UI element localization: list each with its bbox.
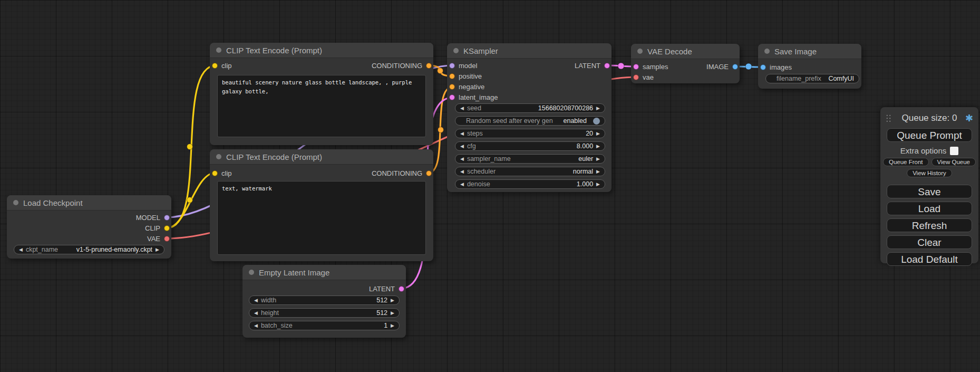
node-titlebar[interactable]: VAE Decode: [631, 44, 740, 59]
seed-widget[interactable]: seed 156680208700286: [455, 103, 605, 113]
ckpt-name-combo[interactable]: ckpt_name v1-5-pruned-emaonly.ckpt: [14, 245, 164, 254]
node-collapse-dot[interactable]: [453, 48, 459, 53]
next-arrow-icon[interactable]: [156, 247, 159, 252]
save-button[interactable]: Save: [887, 185, 972, 198]
images-input-port[interactable]: [760, 64, 766, 70]
toggle-knob-icon[interactable]: [593, 118, 600, 125]
conditioning-output-port[interactable]: [426, 63, 432, 69]
model-input-port[interactable]: [449, 63, 455, 69]
output-slot-clip: CLIP: [145, 224, 170, 232]
prev-arrow-icon[interactable]: [460, 157, 464, 161]
node-titlebar[interactable]: CLIP Text Encode (Prompt): [210, 149, 433, 165]
drag-handle-icon[interactable]: [886, 114, 891, 122]
clip-input-port[interactable]: [212, 170, 218, 176]
next-arrow-icon[interactable]: [596, 169, 600, 174]
queue-size-label: Queue size: 0: [894, 113, 965, 123]
decrement-arrow-icon[interactable]: [460, 182, 464, 187]
cfg-widget[interactable]: cfg 8.000: [455, 141, 605, 151]
node-save-image: Save Image images filename_prefix ComfyU…: [758, 44, 861, 89]
node-collapse-dot[interactable]: [13, 200, 18, 205]
node-titlebar[interactable]: Load Checkpoint: [7, 195, 171, 211]
load-button[interactable]: Load: [887, 202, 972, 215]
decrement-arrow-icon[interactable]: [254, 298, 258, 303]
image-output-port[interactable]: [732, 64, 738, 70]
filename-prefix-widget[interactable]: filename_prefix ComfyUI: [765, 74, 859, 83]
load-default-button[interactable]: Load Default: [887, 252, 972, 266]
node-titlebar[interactable]: CLIP Text Encode (Prompt): [210, 43, 433, 58]
input-slot-images: images: [760, 63, 792, 71]
node-graph-canvas[interactable]: Load Checkpoint MODEL CLIP VAE ckpt_name…: [0, 0, 980, 372]
gear-icon[interactable]: ✱: [965, 113, 973, 123]
model-output-port[interactable]: [164, 215, 170, 221]
increment-arrow-icon[interactable]: [596, 144, 600, 149]
widget-value: enabled: [564, 117, 587, 125]
negative-prompt-textarea[interactable]: text, watermark: [217, 181, 426, 255]
prev-arrow-icon[interactable]: [460, 169, 464, 174]
extra-options-checkbox[interactable]: [950, 147, 958, 155]
node-collapse-dot[interactable]: [764, 49, 770, 54]
link-clip-negative: [167, 173, 216, 228]
widget-label: cfg: [467, 142, 476, 150]
next-arrow-icon[interactable]: [596, 157, 600, 161]
decrement-arrow-icon[interactable]: [254, 323, 258, 328]
output-slot-conditioning: CONDITIONING: [372, 61, 432, 70]
decrement-arrow-icon[interactable]: [460, 144, 464, 149]
increment-arrow-icon[interactable]: [391, 311, 394, 316]
node-collapse-dot[interactable]: [216, 154, 221, 159]
queue-front-button[interactable]: Queue Front: [883, 158, 929, 166]
node-load-checkpoint: Load Checkpoint MODEL CLIP VAE ckpt_name…: [7, 195, 171, 259]
widget-label: batch_size: [261, 322, 293, 329]
decrement-arrow-icon[interactable]: [460, 106, 464, 111]
node-titlebar[interactable]: Save Image: [758, 44, 861, 59]
random-seed-toggle[interactable]: Random seed after every gen enabled: [455, 116, 605, 126]
node-clip-text-encode-positive: CLIP Text Encode (Prompt) clip CONDITION…: [210, 43, 433, 145]
decrement-arrow-icon[interactable]: [460, 131, 464, 136]
height-widget[interactable]: height 512: [249, 308, 400, 318]
increment-arrow-icon[interactable]: [596, 106, 600, 111]
increment-arrow-icon[interactable]: [391, 323, 394, 328]
increment-arrow-icon[interactable]: [596, 131, 600, 136]
node-titlebar[interactable]: Empty Latent Image: [242, 265, 406, 280]
negative-input-port[interactable]: [449, 84, 455, 90]
positive-prompt-textarea[interactable]: beautiful scenery nature glass bottle la…: [217, 75, 426, 137]
widget-value: 512: [376, 297, 387, 304]
scheduler-combo[interactable]: scheduler normal: [455, 167, 605, 176]
prev-arrow-icon[interactable]: [19, 247, 23, 252]
steps-widget[interactable]: steps 20: [455, 129, 605, 138]
node-collapse-dot[interactable]: [216, 47, 221, 53]
clear-button[interactable]: Clear: [887, 235, 972, 249]
widget-value: 512: [376, 309, 387, 317]
queue-prompt-button[interactable]: Queue Prompt: [887, 128, 972, 142]
slot-label: latent_image: [459, 93, 498, 101]
clip-input-port[interactable]: [212, 63, 218, 69]
widget-label: seed: [467, 104, 481, 112]
clip-output-port[interactable]: [164, 225, 170, 231]
sampler-name-combo[interactable]: sampler_name euler: [455, 154, 605, 164]
node-clip-text-encode-negative: CLIP Text Encode (Prompt) clip CONDITION…: [210, 149, 433, 261]
vae-output-port[interactable]: [164, 236, 170, 242]
slot-label: CLIP: [145, 224, 160, 232]
refresh-button[interactable]: Refresh: [887, 218, 972, 232]
node-title: VAE Decode: [647, 47, 692, 56]
latent-image-input-port[interactable]: [449, 94, 455, 100]
slot-label: LATENT: [575, 62, 600, 70]
latent-output-port[interactable]: [604, 63, 610, 69]
view-queue-button[interactable]: View Queue: [932, 158, 976, 166]
input-slot-vae: vae: [633, 73, 654, 81]
node-title: Empty Latent Image: [259, 268, 329, 277]
view-history-button[interactable]: View History: [907, 169, 952, 177]
vae-input-port[interactable]: [633, 74, 639, 80]
batch-size-widget[interactable]: batch_size 1: [249, 321, 400, 330]
conditioning-output-port[interactable]: [426, 170, 432, 176]
node-collapse-dot[interactable]: [249, 270, 254, 275]
increment-arrow-icon[interactable]: [391, 298, 394, 303]
node-titlebar[interactable]: KSampler: [447, 43, 612, 59]
denoise-widget[interactable]: denoise 1.000: [455, 179, 605, 189]
node-collapse-dot[interactable]: [637, 49, 643, 54]
positive-input-port[interactable]: [449, 73, 455, 79]
samples-input-port[interactable]: [633, 64, 639, 70]
width-widget[interactable]: width 512: [249, 295, 400, 305]
latent-output-port[interactable]: [399, 286, 404, 292]
decrement-arrow-icon[interactable]: [254, 311, 258, 316]
increment-arrow-icon[interactable]: [596, 182, 600, 187]
